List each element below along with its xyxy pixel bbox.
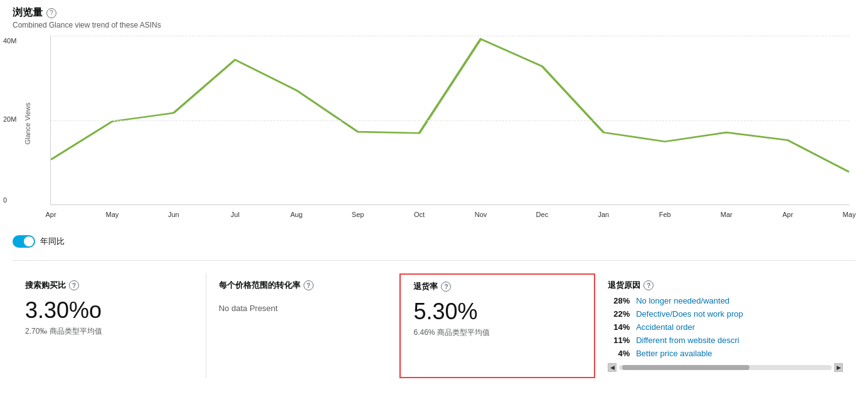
- reason-pct: 28%: [608, 296, 630, 305]
- return-rate-avg: 6.46% 商品类型平均值: [413, 327, 581, 338]
- reason-row: 22%Defective/Does not work prop: [608, 309, 843, 319]
- price-conversion-no-data: No data Present: [219, 304, 387, 313]
- scrollbar-row: ◀ ▶: [608, 363, 843, 372]
- x-tick-jan: Jan: [598, 211, 609, 218]
- x-tick-jun: Jun: [168, 211, 179, 218]
- x-tick-apr2: Apr: [783, 211, 793, 218]
- grid-line-top: [51, 36, 849, 36]
- page-container: 浏览量 ? Combined Glance view trend of thes…: [0, 0, 868, 384]
- reason-pct: 11%: [608, 336, 630, 345]
- scrollbar-thumb: [622, 365, 749, 370]
- y-tick-0: 0: [3, 196, 7, 204]
- scrollbar-track[interactable]: [619, 365, 832, 370]
- reason-pct: 14%: [608, 322, 630, 332]
- return-reasons-title: 退货原因 ?: [608, 280, 843, 291]
- grid-line-mid: [51, 120, 849, 121]
- reason-row: 14%Accidental order: [608, 322, 843, 332]
- yoy-toggle[interactable]: [13, 235, 35, 248]
- toggle-label: 年同比: [40, 236, 65, 247]
- price-conversion-title: 每个价格范围的转化率 ?: [219, 280, 387, 291]
- reason-row: 11%Different from website descri: [608, 336, 843, 345]
- chart-area: Apr May Jun Jul Aug Sep Oct Nov Dec Jan …: [50, 36, 849, 205]
- toggle-row: 年同比: [13, 235, 855, 248]
- reason-text[interactable]: Defective/Does not work prop: [636, 309, 743, 319]
- scroll-right-arrow[interactable]: ▶: [834, 363, 843, 372]
- scroll-left-arrow[interactable]: ◀: [608, 363, 617, 372]
- reason-pct: 4%: [608, 349, 630, 358]
- x-tick-sep: Sep: [352, 211, 364, 218]
- search-conversion-avg: 2.70‰ 商品类型平均值: [25, 326, 193, 337]
- section-header: 浏览量 ?: [13, 6, 855, 19]
- bottom-cards-row: 搜索购买比 ? 3.30%o 2.70‰ 商品类型平均值 每个价格范围的转化率 …: [13, 260, 855, 378]
- x-tick-may2: May: [843, 211, 856, 218]
- x-tick-apr1: Apr: [45, 211, 56, 218]
- x-tick-oct: Oct: [414, 211, 425, 218]
- reason-text[interactable]: Accidental order: [636, 322, 695, 332]
- reason-row: 4%Better price available: [608, 349, 843, 358]
- x-tick-may1: May: [106, 211, 119, 218]
- x-tick-feb: Feb: [659, 211, 671, 218]
- y-tick-20m: 20M: [3, 115, 16, 123]
- page-subtitle: Combined Glance view trend of these ASIN…: [13, 21, 855, 29]
- return-rate-title: 退货率 ?: [413, 281, 581, 292]
- search-conversion-help-icon[interactable]: ?: [69, 280, 79, 290]
- return-reasons-help-icon[interactable]: ?: [643, 280, 654, 290]
- reason-text[interactable]: Better price available: [636, 349, 712, 358]
- search-conversion-card: 搜索购买比 ? 3.30%o 2.70‰ 商品类型平均值: [13, 273, 206, 378]
- search-conversion-title: 搜索购买比 ?: [25, 280, 193, 291]
- search-conversion-value: 3.30%o: [25, 297, 193, 324]
- page-title: 浏览量: [13, 6, 43, 19]
- x-tick-nov: Nov: [475, 211, 487, 218]
- x-tick-dec: Dec: [536, 211, 549, 218]
- title-help-icon[interactable]: ?: [46, 8, 56, 18]
- x-tick-aug: Aug: [290, 211, 303, 218]
- reason-text[interactable]: No longer needed/wanted: [636, 296, 729, 305]
- return-rate-card: 退货率 ? 5.30% 6.46% 商品类型平均值: [400, 273, 595, 378]
- price-conversion-help-icon[interactable]: ?: [304, 280, 314, 290]
- return-reasons-list: 28%No longer needed/wanted22%Defective/D…: [608, 296, 843, 358]
- chart-container: Glance Views 40M 20M 0 Apr May Jun Jul A…: [13, 36, 855, 230]
- y-tick-40m: 40M: [3, 37, 16, 45]
- return-rate-value: 5.30%: [413, 299, 581, 325]
- return-reasons-card: 退货原因 ? 28%No longer needed/wanted22%Defe…: [595, 273, 855, 378]
- x-tick-mar: Mar: [721, 211, 733, 218]
- reason-row: 28%No longer needed/wanted: [608, 296, 843, 305]
- x-tick-jul: Jul: [231, 211, 240, 218]
- reason-pct: 22%: [608, 309, 630, 319]
- reason-text[interactable]: Different from website descri: [636, 336, 739, 345]
- return-rate-help-icon[interactable]: ?: [441, 282, 451, 292]
- price-conversion-card: 每个价格范围的转化率 ? No data Present: [206, 273, 400, 378]
